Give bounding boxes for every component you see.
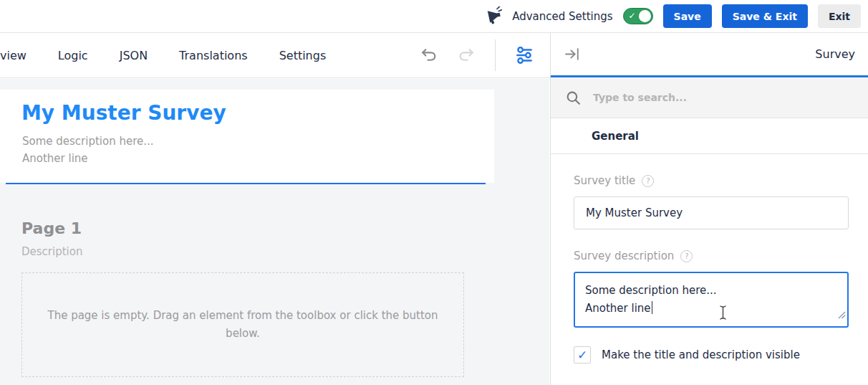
top-toolbar: Advanced Settings ✓ Save Save & Exit Exi… <box>0 0 868 33</box>
sliders-icon[interactable] <box>514 45 534 65</box>
survey-description-textarea[interactable]: Some description here... Another line <box>574 272 849 328</box>
tab-preview[interactable]: view <box>0 49 26 62</box>
empty-page-text: The page is empty. Drag an element from … <box>42 307 443 343</box>
description-line-1: Some description here... <box>585 282 837 300</box>
survey-description-label: Survey description <box>574 249 674 262</box>
save-button[interactable]: Save <box>663 4 712 28</box>
canvas-page-description[interactable]: Description <box>21 245 82 258</box>
show-title-checkbox-row: ✓ Make the title and description visible <box>574 346 849 363</box>
question-circle-icon[interactable]: ? <box>642 175 654 187</box>
property-grid-body: Survey title ? Survey description ? Some… <box>551 154 868 363</box>
property-grid-panel: Survey General Survey title ? Survey des… <box>550 33 868 385</box>
property-grid-header: Survey <box>551 33 868 77</box>
empty-page-dropzone[interactable]: The page is empty. Drag an element from … <box>21 272 464 377</box>
save-and-exit-button[interactable]: Save & Exit <box>722 4 808 28</box>
creator-tab-bar: view Logic JSON Translations Settings <box>0 33 550 78</box>
tab-settings[interactable]: Settings <box>279 49 327 62</box>
tab-json[interactable]: JSON <box>120 49 148 62</box>
search-icon <box>565 90 582 106</box>
toggle-knob <box>639 10 651 22</box>
canvas-survey-description[interactable]: Some description here... Another line <box>22 133 494 167</box>
tab-translations[interactable]: Translations <box>179 49 248 62</box>
show-title-checkbox[interactable]: ✓ <box>574 346 591 363</box>
redo-icon[interactable] <box>457 46 476 65</box>
description-line-2: Another line <box>585 300 837 318</box>
property-search-bar <box>551 77 868 118</box>
survey-title-label-row: Survey title ? <box>574 174 849 187</box>
question-circle-icon[interactable]: ? <box>680 250 693 262</box>
survey-title-label: Survey title <box>574 174 635 187</box>
search-input[interactable] <box>593 92 868 103</box>
canvas-survey-title[interactable]: My Muster Survey <box>21 101 494 125</box>
exit-button[interactable]: Exit <box>818 4 861 28</box>
advanced-settings-label: Advanced Settings <box>512 10 612 23</box>
survey-title-input[interactable] <box>574 196 849 229</box>
tab-logic[interactable]: Logic <box>58 49 88 62</box>
tabbar-divider <box>495 39 496 71</box>
megaphone-icon <box>483 6 502 26</box>
design-surface: My Muster Survey Some description here..… <box>0 79 549 385</box>
section-general[interactable]: General <box>551 118 868 154</box>
canvas-description-line-1: Some description here... <box>22 133 494 150</box>
toggle-check-icon: ✓ <box>629 11 636 21</box>
advanced-settings-toggle[interactable]: ✓ <box>623 8 653 24</box>
header-divider-line <box>6 183 486 184</box>
undo-icon[interactable] <box>419 46 438 65</box>
show-title-checkbox-label: Make the title and description visible <box>602 348 800 361</box>
canvas-page-title[interactable]: Page 1 <box>21 219 82 237</box>
ibeam-cursor <box>718 305 728 326</box>
survey-header-block[interactable]: My Muster Survey Some description here..… <box>0 90 494 183</box>
collapse-right-icon[interactable] <box>564 45 582 63</box>
survey-creator-window: Advanced Settings ✓ Save Save & Exit Exi… <box>0 0 868 385</box>
resize-handle-icon[interactable] <box>838 307 846 325</box>
tabbar-actions <box>419 39 550 71</box>
selected-element-title: Survey <box>815 47 855 61</box>
canvas-description-line-2: Another line <box>22 150 494 167</box>
text-caret <box>652 301 653 314</box>
survey-description-label-row: Survey description ? <box>574 249 849 262</box>
